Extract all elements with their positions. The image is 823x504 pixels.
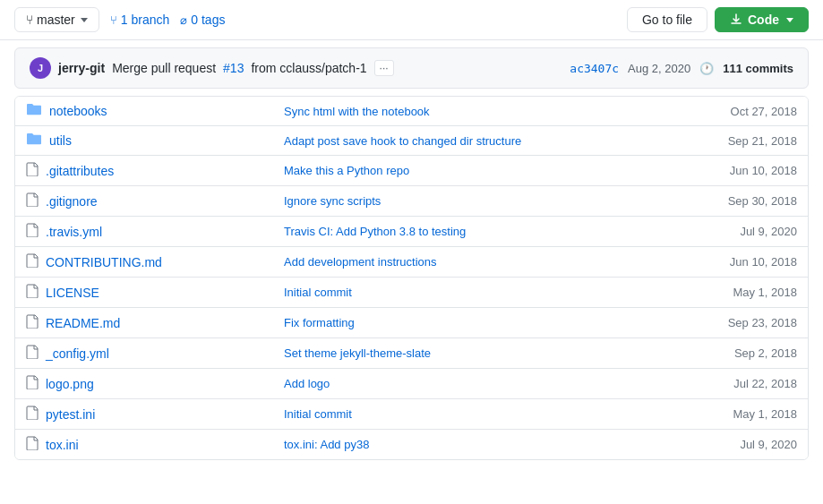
file-name-cell: utils [26, 132, 277, 149]
tag-icon: ⌀ [180, 13, 187, 27]
file-name-link[interactable]: tox.ini [46, 438, 79, 452]
file-commit-message: Initial commit [277, 286, 681, 299]
file-date: Jul 9, 2020 [681, 225, 797, 238]
file-name-cell: _config.yml [26, 345, 277, 362]
file-icon [26, 284, 39, 301]
table-row: LICENSE Initial commit May 1, 2018 [15, 278, 808, 308]
file-commit-link[interactable]: Sync html with the notebook [284, 105, 430, 118]
download-icon [730, 13, 742, 26]
file-commit-link[interactable]: Set theme jekyll-theme-slate [284, 346, 431, 360]
file-date: Sep 2, 2018 [681, 346, 797, 360]
branches-link[interactable]: ⑂ 1 branch [110, 13, 169, 27]
file-name-cell: logo.png [26, 375, 277, 392]
table-row: .travis.yml Travis CI: Add Python 3.8 to… [15, 217, 808, 247]
file-name-link[interactable]: .travis.yml [46, 225, 102, 239]
file-name-link[interactable]: README.md [46, 316, 120, 330]
file-commit-link[interactable]: Initial commit [284, 407, 352, 421]
file-date: May 1, 2018 [681, 286, 797, 299]
file-icon [26, 314, 39, 331]
file-commit-link[interactable]: Make this a Python repo [284, 164, 409, 177]
commit-pr-link[interactable]: #13 [223, 61, 244, 75]
file-icon [26, 223, 39, 240]
file-commit-message: tox.ini: Add py38 [277, 438, 681, 451]
file-name-cell: notebooks [26, 103, 277, 119]
branch-chevron-icon [81, 18, 88, 22]
file-name-cell: .gitattributes [26, 162, 277, 179]
file-commit-link[interactable]: Fix formatting [284, 316, 355, 329]
table-row: tox.ini tox.ini: Add py38 Jul 9, 2020 [15, 430, 808, 459]
branch-icon: ⑂ [26, 13, 33, 27]
file-icon [26, 345, 39, 362]
table-row: .gitignore Ignore sync scripts Sep 30, 2… [15, 186, 808, 217]
branch-name: master [37, 13, 75, 27]
file-name-link[interactable]: _config.yml [46, 346, 109, 361]
table-row: README.md Fix formatting Sep 23, 2018 [15, 308, 808, 338]
table-row: utils Adapt post save hook to changed di… [15, 126, 808, 156]
file-commit-link[interactable]: Adapt post save hook to changed dir stru… [284, 134, 521, 148]
file-commit-message: Add development instructions [277, 255, 681, 269]
file-name-cell: tox.ini [26, 436, 277, 453]
top-bar: ⑂ master ⑂ 1 branch ⌀ 0 tags Go to file … [0, 0, 823, 40]
code-button[interactable]: Code [715, 7, 809, 32]
file-date: Jun 10, 2018 [681, 255, 797, 269]
commit-more-button[interactable]: ··· [374, 60, 394, 76]
commit-message: Merge pull request [112, 61, 216, 75]
commits-count-link[interactable]: 111 commits [723, 62, 793, 75]
top-bar-actions: Go to file Code [627, 7, 809, 32]
file-commit-link[interactable]: Add development instructions [284, 255, 437, 269]
history-icon: 🕐 [699, 62, 714, 75]
commit-hash-link[interactable]: ac3407c [570, 62, 619, 75]
commit-right: ac3407c Aug 2, 2020 🕐 111 commits [570, 62, 793, 75]
file-icon [26, 192, 39, 209]
branch-selector[interactable]: ⑂ master [14, 7, 99, 32]
file-name-cell: .travis.yml [26, 223, 277, 240]
table-row: _config.yml Set theme jekyll-theme-slate… [15, 338, 808, 369]
avatar: J [30, 57, 51, 79]
file-date: Jun 10, 2018 [681, 164, 797, 177]
file-name-link[interactable]: notebooks [49, 104, 107, 118]
file-date: Oct 27, 2018 [681, 105, 797, 118]
file-date: Sep 23, 2018 [681, 316, 797, 329]
file-icon [26, 162, 39, 179]
file-name-link[interactable]: pytest.ini [46, 407, 95, 422]
file-date: Jul 9, 2020 [681, 438, 797, 451]
folder-icon [26, 103, 42, 119]
file-name-link[interactable]: LICENSE [46, 286, 99, 300]
file-commit-message: Initial commit [277, 407, 681, 421]
file-commit-message: Ignore sync scripts [277, 194, 681, 208]
file-commit-message: Fix formatting [277, 316, 681, 329]
tags-link[interactable]: ⌀ 0 tags [180, 13, 225, 27]
file-name-link[interactable]: logo.png [46, 377, 94, 391]
file-name-link[interactable]: utils [49, 133, 72, 148]
commit-bar: J jerry-git Merge pull request #13 from … [14, 47, 809, 89]
commit-date: Aug 2, 2020 [628, 62, 690, 75]
commit-pr-text: from cclauss/patch-1 [251, 61, 366, 75]
file-date: Sep 30, 2018 [681, 194, 797, 208]
file-commit-link[interactable]: tox.ini: Add py38 [284, 438, 369, 451]
file-commit-message: Add logo [277, 377, 681, 390]
file-date: May 1, 2018 [681, 407, 797, 421]
file-icon [26, 406, 39, 423]
file-commit-link[interactable]: Travis CI: Add Python 3.8 to testing [284, 225, 466, 238]
file-name-link[interactable]: CONTRIBUTING.md [46, 255, 162, 269]
file-icon [26, 375, 39, 392]
commit-author: jerry-git [58, 61, 105, 75]
file-name-cell: .gitignore [26, 192, 277, 209]
file-name-link[interactable]: .gitignore [46, 194, 98, 209]
table-row: logo.png Add logo Jul 22, 2018 [15, 369, 808, 399]
file-table: notebooks Sync html with the notebook Oc… [14, 96, 809, 460]
file-name-link[interactable]: .gitattributes [46, 164, 114, 178]
file-commit-link[interactable]: Add logo [284, 377, 330, 390]
file-name-cell: README.md [26, 314, 277, 331]
file-date: Sep 21, 2018 [681, 134, 797, 148]
file-commit-message: Adapt post save hook to changed dir stru… [277, 134, 681, 148]
go-to-file-button[interactable]: Go to file [627, 7, 707, 32]
file-commit-link[interactable]: Ignore sync scripts [284, 194, 381, 208]
table-row: pytest.ini Initial commit May 1, 2018 [15, 399, 808, 430]
file-name-cell: CONTRIBUTING.md [26, 253, 277, 270]
file-commit-message: Set theme jekyll-theme-slate [277, 346, 681, 360]
file-commit-link[interactable]: Initial commit [284, 286, 352, 299]
file-commit-message: Travis CI: Add Python 3.8 to testing [277, 225, 681, 238]
table-row: CONTRIBUTING.md Add development instruct… [15, 247, 808, 278]
code-chevron-icon [786, 18, 793, 22]
